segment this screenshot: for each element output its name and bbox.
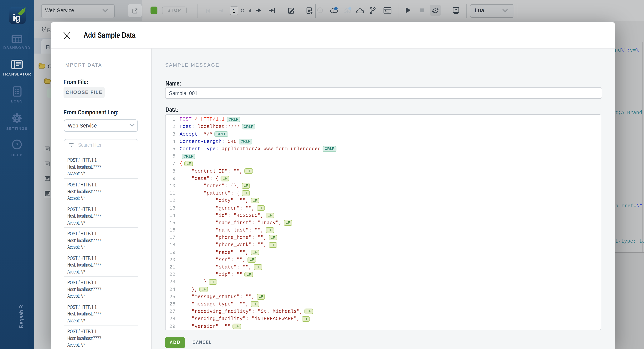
svg-text:?: ?: [15, 142, 18, 148]
svg-text:?: ?: [455, 8, 457, 12]
